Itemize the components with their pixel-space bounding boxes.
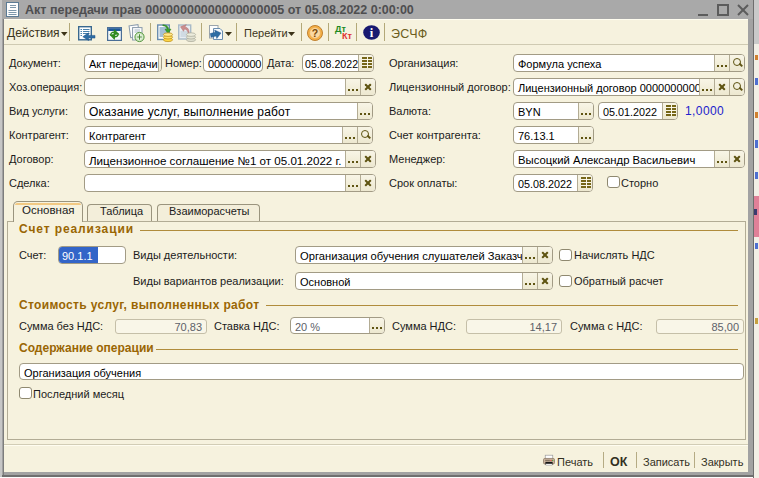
svg-text:i: i <box>370 26 374 40</box>
svg-text:?: ? <box>312 27 318 39</box>
